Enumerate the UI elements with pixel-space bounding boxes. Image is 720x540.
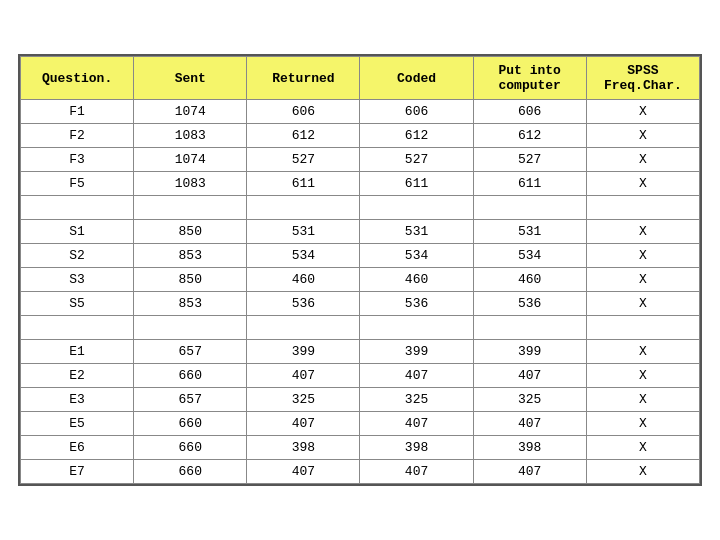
empty-row bbox=[21, 316, 700, 340]
table-row: S1850531531531X bbox=[21, 220, 700, 244]
table-row: S5853536536536X bbox=[21, 292, 700, 316]
header-put-into-computer: Put into computer bbox=[473, 57, 586, 100]
table-row: F11074606606606X bbox=[21, 100, 700, 124]
table-row: E7660407407407X bbox=[21, 460, 700, 484]
table-row: S3850460460460X bbox=[21, 268, 700, 292]
data-table: Question. Sent Returned Coded Put into c… bbox=[18, 54, 702, 486]
table-row: E6660398398398X bbox=[21, 436, 700, 460]
table-row: E3657325325325X bbox=[21, 388, 700, 412]
table-row: F21083612612612X bbox=[21, 124, 700, 148]
table-row: F51083611611611X bbox=[21, 172, 700, 196]
header-coded: Coded bbox=[360, 57, 473, 100]
table-row: S2853534534534X bbox=[21, 244, 700, 268]
table-row: E2660407407407X bbox=[21, 364, 700, 388]
header-returned: Returned bbox=[247, 57, 360, 100]
table-row: F31074527527527X bbox=[21, 148, 700, 172]
header-question: Question. bbox=[21, 57, 134, 100]
table-row: E5660407407407X bbox=[21, 412, 700, 436]
header-spss: SPSS Freq.Char. bbox=[586, 57, 699, 100]
table-row: E1657399399399X bbox=[21, 340, 700, 364]
empty-row bbox=[21, 196, 700, 220]
header-sent: Sent bbox=[134, 57, 247, 100]
